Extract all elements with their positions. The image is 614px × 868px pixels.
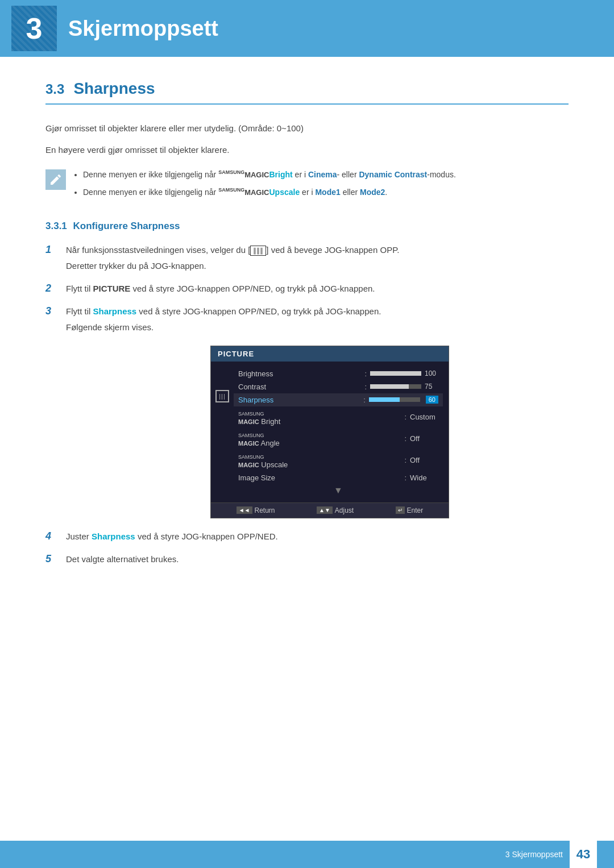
content-area: 3.3 Sharpness Gjør omrisset til objekter… [0,57,614,623]
footer-adjust: ▲▼ Adjust [317,506,354,514]
cinema-keyword: Cinema [308,170,337,179]
step-4: 4 Juster Sharpness ved å styre JOG-knapp… [45,530,569,543]
step-text-2: Flytt til PICTURE ved å styre JOG-knappe… [66,282,569,296]
enter-icon: ↵ [396,506,405,514]
description-2: En høyere verdi gjør omrisset til objekt… [45,143,569,157]
magic-bright-value: Custom [410,413,438,421]
magic-bright-label: SAMSUNGMAGIC Bright [238,409,401,426]
chapter-title: Skjermoppsett [68,16,218,41]
contrast-bar-fill [370,384,409,389]
steps-list: 1 Når funksjonsstastveiledningen vises, … [45,243,569,334]
contrast-value: 75 [425,383,438,391]
mode1-keyword: Mode1 [315,188,340,197]
brightness-bar [370,371,421,376]
footer-return: ◄◄ Return [237,506,275,514]
monitor-sharpness-row: Sharpness : 60 [234,393,443,406]
monitor-screenshot: PICTURE ||| Brightness : 100 [91,346,569,518]
monitor-footer: ◄◄ Return ▲▼ Adjust ↵ Enter [211,502,449,518]
note-container: Denne menyen er ikke tilgjengelig når SA… [45,168,569,203]
step-3-sub: Følgende skjerm vises. [66,321,569,334]
subsection-number: 3.3.1 [45,221,67,231]
monitor-magic-angle-row: SAMSUNGMAGIC Angle : Off [234,428,443,450]
footer-page-number: 43 [570,841,597,868]
brightness-bar-container: 100 [370,369,438,377]
magic-1: MAGIC [244,171,269,179]
note-item-1: Denne menyen er ikke tilgjengelig når SA… [83,168,456,181]
jog-icon: ∥∥∥ [250,246,266,256]
step-number-4: 4 [45,530,61,542]
monitor-jog-icon: ||| [215,390,229,402]
note-icon [45,169,66,190]
brand-1: SAMSUNG [218,169,244,175]
monitor-brightness-row: Brightness : 100 [234,367,443,380]
step-text-3: Flytt til Sharpness ved å styre JOG-knap… [66,305,569,334]
subsection-title: Konfigurere Sharpness [73,221,180,231]
monitor-icon-col: ||| [211,367,234,497]
step-text-4: Juster Sharpness ved å styre JOG-knappen… [66,530,569,543]
sharpness-value-badge: 60 [426,396,438,404]
dynamic-contrast-keyword: Dynamic Contrast [359,170,427,179]
note-item-2: Denne menyen er ikke tilgjengelig når SA… [83,186,456,199]
monitor-menu-body: ||| Brightness : 100 [211,362,449,502]
steps-list-2: 4 Juster Sharpness ved å styre JOG-knapp… [45,530,569,566]
sharpness-bar-fill [369,397,400,402]
pencil-icon [49,173,63,186]
upscale-keyword: Upscale [269,188,300,197]
step-5: 5 Det valgte alternativet brukes. [45,553,569,566]
return-label: Return [255,506,275,514]
mode2-keyword: Mode2 [360,188,385,197]
image-size-value: Wide [410,474,438,482]
picture-keyword: PICTURE [93,284,131,293]
contrast-bar-container: 75 [370,383,438,391]
brightness-bar-fill [370,371,421,376]
contrast-label: Contrast [238,383,361,391]
adjust-icon: ▲▼ [317,506,333,514]
section-heading: 3.3 Sharpness [45,80,569,105]
magic-upscale-value: Off [410,456,438,464]
sharpness-label: Sharpness [238,396,360,404]
step-1: 1 Når funksjonsstastveiledningen vises, … [45,243,569,273]
contrast-bar [370,384,421,389]
subsection-heading: 3.3.1 Konfigurere Sharpness [45,221,569,232]
step-2: 2 Flytt til PICTURE ved å styre JOG-knap… [45,282,569,296]
brightness-value: 100 [425,369,438,377]
magic-angle-value: Off [410,434,438,443]
chapter-header: 3 Skjermoppsett [0,0,614,57]
description-1: Gjør omrisset til objekter klarere eller… [45,122,569,135]
step-text-5: Det valgte alternativet brukes. [66,553,569,566]
step-3: 3 Flytt til Sharpness ved å styre JOG-kn… [45,305,569,334]
step-number-5: 5 [45,553,61,565]
scroll-indicator: ▼ [234,484,443,497]
chapter-number-box: 3 [11,6,57,51]
sharpness-bar-container: 60 [369,396,438,404]
monitor-magic-upscale-row: SAMSUNGMAGIC Upscale : Off [234,450,443,471]
magic-upscale-label: SAMSUNGMAGIC Upscale [238,452,401,469]
monitor-menu-title: PICTURE [211,346,449,362]
step-1-sub: Deretter trykker du på JOG-knappen. [66,259,569,273]
section-title: Sharpness [73,80,155,98]
brand-2: SAMSUNG [218,187,244,193]
brightness-label: Brightness [238,369,361,378]
monitor-magic-bright-row: SAMSUNGMAGIC Bright : Custom [234,406,443,428]
sharpness-keyword-step4: Sharpness [92,531,135,541]
section-number: 3.3 [45,81,64,97]
enter-label: Enter [407,506,424,514]
step-number-2: 2 [45,283,61,294]
monitor-items: Brightness : 100 Contrast : [234,367,449,497]
bright-keyword: Bright [269,170,293,179]
chapter-number: 3 [26,11,43,45]
sharpness-bar [369,397,420,402]
monitor-image-size-row: Image Size : Wide [234,471,443,484]
monitor-contrast-row: Contrast : 75 [234,380,443,393]
adjust-label: Adjust [335,506,354,514]
monitor-ui: PICTURE ||| Brightness : 100 [210,346,449,518]
footer-chapter-label: 3 Skjermoppsett [505,850,563,859]
return-icon: ◄◄ [237,506,252,514]
magic-2: MAGIC [244,188,269,197]
page-footer: 3 Skjermoppsett 43 [0,841,614,868]
step-number-3: 3 [45,305,61,317]
note-list: Denne menyen er ikke tilgjengelig når SA… [74,168,456,203]
footer-enter: ↵ Enter [396,506,424,514]
step-number-1: 1 [45,244,61,256]
magic-angle-label: SAMSUNGMAGIC Angle [238,430,401,447]
